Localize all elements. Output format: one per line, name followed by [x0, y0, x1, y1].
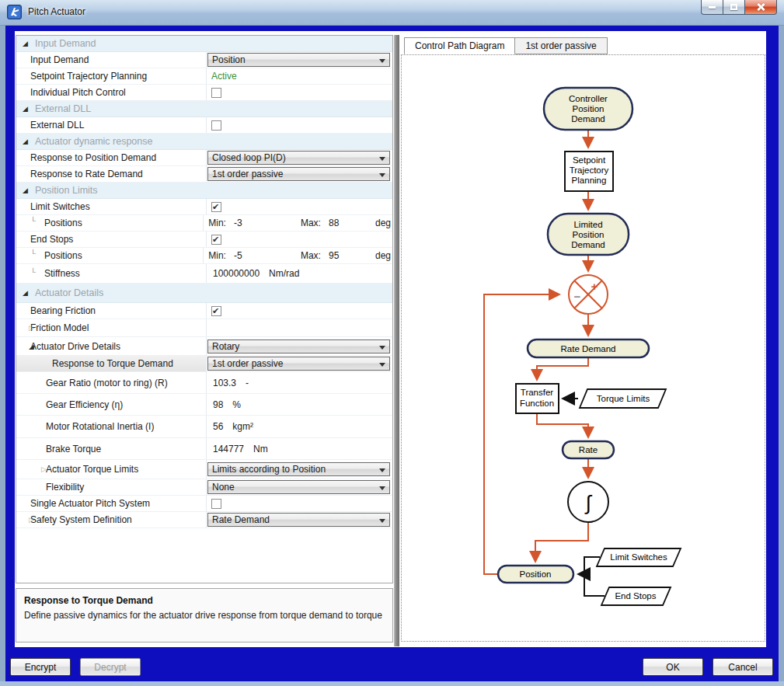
- property-row-setpoint-trajectory: Setpoint Trajectory Planning Active: [16, 68, 392, 85]
- cancel-button[interactable]: Cancel: [713, 658, 773, 676]
- property-label: Response to Torque Demand: [16, 358, 173, 369]
- property-row-stiffness: └Stiffness 100000000 Nm/rad: [16, 264, 392, 284]
- dialog-content: Input Demand Input Demand Position Setpo…: [15, 31, 766, 647]
- brake-torque-value[interactable]: 144777: [207, 444, 244, 454]
- tab-1st-order-passive[interactable]: 1st order passive: [515, 37, 607, 54]
- collapse-icon[interactable]: [23, 289, 30, 297]
- svg-text:Transfer: Transfer: [521, 388, 554, 397]
- property-row-safety-system: Safety System Definition Rate Demand: [16, 512, 392, 528]
- dialog-frame: Input Demand Input Demand Position Setpo…: [5, 26, 779, 681]
- maximize-button[interactable]: [723, 0, 744, 15]
- individual-pitch-checkbox[interactable]: [211, 88, 221, 98]
- safety-system-dropdown[interactable]: Rate Demand: [207, 513, 390, 527]
- section-position-limits[interactable]: Position Limits: [16, 183, 392, 199]
- panel-splitter[interactable]: [394, 35, 399, 646]
- property-label: Actuator Torque Limits: [16, 464, 138, 475]
- property-label: End Stops: [16, 234, 73, 245]
- status-value: Active: [207, 71, 237, 82]
- minimize-icon: [709, 6, 716, 9]
- unit-label: Nm/rad: [260, 268, 299, 279]
- close-button[interactable]: [744, 0, 777, 15]
- response-rate-dropdown[interactable]: 1st order passive: [207, 167, 390, 181]
- window-controls: [701, 0, 777, 15]
- feedback-loop: [484, 294, 559, 574]
- svg-text:Demand: Demand: [571, 240, 605, 249]
- property-row-bearing-friction: Bearing Friction: [16, 303, 392, 319]
- svg-text:Position: Position: [573, 230, 605, 239]
- svg-text:Position: Position: [573, 104, 605, 113]
- expand-icon[interactable]: [41, 465, 49, 473]
- collapse-icon[interactable]: [23, 105, 30, 113]
- property-label: External DLL: [16, 120, 84, 131]
- property-row-motor-inertia: Motor Rotational Inertia (I) 56 kgm²: [16, 416, 392, 438]
- max-value[interactable]: 95: [321, 250, 375, 261]
- min-value[interactable]: -3: [226, 218, 280, 228]
- bearing-friction-checkbox[interactable]: [211, 306, 221, 316]
- external-dll-checkbox[interactable]: [211, 120, 221, 131]
- gear-ratio-value[interactable]: 103.3: [207, 378, 236, 388]
- property-grid: Input Demand Input Demand Position Setpo…: [16, 35, 393, 583]
- minimize-button[interactable]: [701, 0, 723, 15]
- svg-text:Controller: Controller: [569, 94, 608, 103]
- min-value[interactable]: -5: [226, 250, 280, 261]
- response-torque-dropdown[interactable]: 1st order passive: [207, 357, 390, 371]
- collapse-icon[interactable]: [23, 40, 30, 47]
- input-demand-dropdown[interactable]: Position: [207, 53, 390, 67]
- property-row-limit-switches: Limit Switches: [16, 199, 392, 215]
- property-row-gear-efficiency: Gear Efficiency (η) 98 %: [16, 394, 392, 416]
- chevron-down-icon: [379, 173, 385, 177]
- property-label: Friction Model: [16, 322, 89, 333]
- flexibility-dropdown[interactable]: None: [207, 480, 390, 494]
- expand-icon[interactable]: [29, 516, 37, 524]
- titlebar[interactable]: Pitch Actuator: [0, 0, 784, 26]
- description-panel: Response to Torque Demand Define passive…: [16, 588, 393, 642]
- section-external-dll[interactable]: External DLL: [16, 101, 392, 117]
- property-label: Response to Rate Demand: [16, 169, 143, 179]
- section-dynamic-response[interactable]: Actuator dynamic response: [16, 134, 392, 150]
- property-label: Positions: [16, 218, 82, 228]
- section-input-demand[interactable]: Input Demand: [16, 36, 392, 52]
- expand-icon[interactable]: [29, 324, 37, 332]
- limit-switches-checkbox[interactable]: [211, 202, 221, 212]
- end-stops-checkbox[interactable]: [211, 235, 221, 245]
- decrypt-button[interactable]: Decrypt: [80, 658, 141, 676]
- unit-label: kgm²: [223, 421, 253, 432]
- property-label: Input Demand: [16, 54, 89, 65]
- property-row-external-dll: External DLL: [16, 117, 392, 134]
- chevron-down-icon: [379, 468, 385, 472]
- property-row-response-position: Response to Position Demand Closed loop …: [16, 150, 392, 166]
- tab-control-path-diagram[interactable]: Control Path Diagram: [404, 37, 515, 54]
- unit-label: -: [236, 378, 249, 388]
- property-label: Setpoint Trajectory Planning: [16, 71, 147, 82]
- property-label: Response to Position Demand: [16, 152, 156, 163]
- control-path-diagram: Controller Position Demand Setpoint Traj…: [401, 54, 765, 642]
- property-row-friction-model: Friction Model: [16, 319, 392, 337]
- unit-label: %: [223, 399, 241, 410]
- stiffness-value[interactable]: 100000000: [207, 268, 260, 279]
- encrypt-button[interactable]: Encrypt: [10, 658, 71, 676]
- property-label: Stiffness: [16, 268, 80, 279]
- collapse-icon[interactable]: [29, 343, 37, 350]
- unit-label: deg: [375, 218, 391, 228]
- property-label: Gear Ratio (motor to ring) (R): [16, 378, 168, 388]
- ok-button[interactable]: OK: [643, 658, 703, 676]
- sub-item-icon: └: [30, 217, 36, 225]
- section-actuator-details[interactable]: Actuator Details: [16, 284, 392, 303]
- pitch-actuator-window: Pitch Actuator Input Demand Input Demand…: [0, 0, 784, 686]
- collapse-icon[interactable]: [23, 138, 30, 145]
- svg-text:Limited: Limited: [573, 220, 602, 229]
- property-label: Bearing Friction: [16, 305, 96, 316]
- max-value[interactable]: 88: [321, 218, 375, 228]
- gear-efficiency-value[interactable]: 98: [207, 399, 223, 410]
- response-position-dropdown[interactable]: Closed loop PI(D): [207, 151, 390, 165]
- torque-limits-dropdown[interactable]: Limits according to Position: [207, 462, 390, 476]
- svg-text:Torque Limits: Torque Limits: [597, 394, 650, 403]
- description-title: Response to Torque Demand: [24, 595, 385, 606]
- svg-text:Planning: Planning: [572, 176, 607, 185]
- property-row-actuator-drive: Actuator Drive Details Rotary: [16, 337, 392, 356]
- sum-minus-sign: −: [574, 290, 581, 303]
- single-actuator-checkbox[interactable]: [211, 499, 221, 509]
- collapse-icon[interactable]: [23, 186, 30, 194]
- actuator-drive-dropdown[interactable]: Rotary: [207, 340, 390, 353]
- motor-inertia-value[interactable]: 56: [207, 421, 223, 432]
